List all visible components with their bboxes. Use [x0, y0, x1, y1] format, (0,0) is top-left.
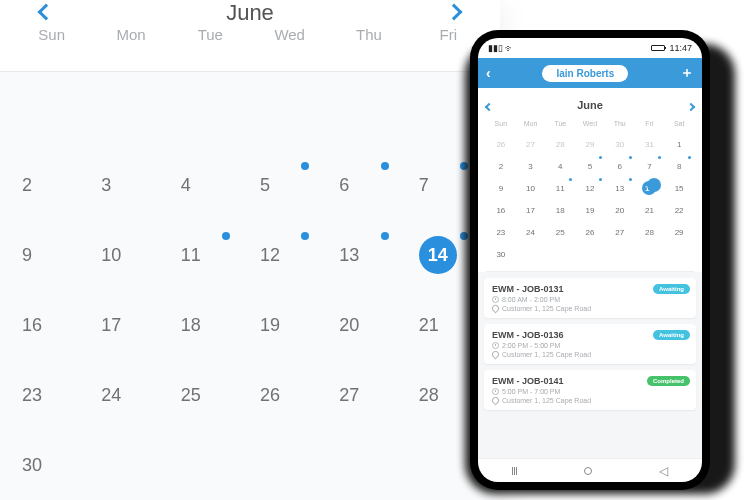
calendar-day[interactable]: 13 — [329, 220, 408, 290]
calendar-day[interactable]: 19 — [250, 290, 329, 360]
calendar-day[interactable]: 20 — [329, 290, 408, 360]
calendar-day[interactable]: 20 — [605, 199, 635, 221]
calendar-day[interactable]: 17 — [91, 290, 170, 360]
calendar-day[interactable]: 12 — [575, 177, 605, 199]
calendar-day — [171, 80, 250, 150]
event-dot-icon — [569, 178, 572, 181]
calendar-day[interactable]: 13 — [605, 177, 635, 199]
calendar-day[interactable]: 25 — [171, 360, 250, 430]
calendar-day[interactable]: 9 — [486, 177, 516, 199]
calendar-day-prev-month[interactable]: 29 — [575, 133, 605, 155]
calendar-day[interactable]: 5 — [575, 155, 605, 177]
event-dot-icon — [647, 178, 661, 192]
signal-icons: ▮▮▯ ᯤ — [488, 43, 515, 54]
calendar-day[interactable]: 2 — [12, 150, 91, 220]
calendar-day[interactable]: 12 — [250, 220, 329, 290]
calendar-day[interactable]: 30 — [12, 430, 91, 500]
calendar-day[interactable]: 26 — [250, 360, 329, 430]
calendar-day[interactable]: 11 — [545, 177, 575, 199]
calendar-day-prev-month[interactable]: 31 — [635, 133, 665, 155]
calendar-day[interactable]: 1 — [664, 133, 694, 155]
android-nav-bar: ◁ — [478, 458, 702, 482]
signal-icon: ▮▮▯ — [488, 43, 503, 53]
chevron-right-icon — [687, 103, 695, 111]
calendar-day — [329, 430, 408, 500]
calendar-day[interactable]: 23 — [486, 221, 516, 243]
calendar-day[interactable]: 8 — [664, 155, 694, 177]
home-button[interactable] — [584, 467, 592, 475]
phone-frame: ▮▮▯ ᯤ 11:47 ‹ Iain Roberts ＋ June SunMon… — [470, 30, 710, 490]
calendar-day[interactable]: 10 — [91, 220, 170, 290]
battery-icon — [651, 45, 665, 51]
calendar-day[interactable]: 16 — [486, 199, 516, 221]
calendar-day[interactable]: 11 — [171, 220, 250, 290]
calendar-day[interactable]: 16 — [12, 290, 91, 360]
calendar-day[interactable]: 17 — [516, 199, 546, 221]
day-name: Thu — [329, 26, 408, 43]
recent-apps-button[interactable] — [512, 467, 517, 475]
status-badge: Awaiting — [653, 284, 690, 294]
mini-month-title: June — [577, 99, 603, 111]
calendar-day[interactable]: 28 — [635, 221, 665, 243]
desktop-day-names: SunMonTueWedThuFri — [0, 26, 500, 72]
calendar-day[interactable]: 23 — [12, 360, 91, 430]
back-nav-button[interactable]: ◁ — [659, 464, 668, 478]
calendar-day-prev-month[interactable]: 28 — [545, 133, 575, 155]
calendar-day[interactable]: 18 — [545, 199, 575, 221]
calendar-day — [329, 80, 408, 150]
calendar-day[interactable]: 5 — [250, 150, 329, 220]
calendar-day[interactable]: 18 — [171, 290, 250, 360]
prev-month-button[interactable] — [40, 4, 52, 22]
status-time: 11:47 — [669, 43, 692, 53]
calendar-day[interactable]: 22 — [664, 199, 694, 221]
day-name: Wed — [250, 26, 329, 43]
calendar-day[interactable]: 19 — [575, 199, 605, 221]
calendar-day[interactable]: 29 — [664, 221, 694, 243]
calendar-day[interactable]: 4 — [171, 150, 250, 220]
calendar-day[interactable]: 10 — [516, 177, 546, 199]
mini-prev-month-button[interactable] — [486, 96, 492, 114]
calendar-day[interactable]: 21 — [635, 199, 665, 221]
calendar-day[interactable]: 3 — [91, 150, 170, 220]
calendar-day[interactable]: 24 — [516, 221, 546, 243]
event-dot-icon — [381, 232, 389, 240]
calendar-day[interactable]: 27 — [329, 360, 408, 430]
mini-day-name: Mon — [516, 120, 546, 127]
calendar-day[interactable]: 25 — [545, 221, 575, 243]
job-card[interactable]: EWM - JOB-01362:00 PM - 5:00 PMCustomer … — [484, 324, 696, 364]
calendar-day[interactable]: 15 — [664, 177, 694, 199]
calendar-day[interactable]: 26 — [575, 221, 605, 243]
job-card[interactable]: EWM - JOB-01415:00 PM - 7:00 PMCustomer … — [484, 370, 696, 410]
calendar-day[interactable]: 2 — [486, 155, 516, 177]
calendar-day[interactable]: 9 — [12, 220, 91, 290]
calendar-day[interactable]: 24 — [91, 360, 170, 430]
day-name: Sun — [12, 26, 91, 43]
calendar-day[interactable]: 3 — [516, 155, 546, 177]
next-month-button[interactable] — [448, 4, 460, 22]
job-time: 8:00 AM - 2:00 PM — [492, 296, 688, 303]
wifi-icon: ᯤ — [505, 43, 515, 54]
calendar-day[interactable]: 27 — [605, 221, 635, 243]
job-card[interactable]: EWM - JOB-01318:00 AM - 2:00 PMCustomer … — [484, 278, 696, 318]
event-dot-icon — [599, 178, 602, 181]
mini-calendar-grid: 2627282930311234567891011121314151617181… — [486, 133, 694, 272]
calendar-day-prev-month[interactable]: 27 — [516, 133, 546, 155]
event-dot-icon — [688, 156, 691, 159]
calendar-day-prev-month[interactable]: 30 — [605, 133, 635, 155]
calendar-day-prev-month[interactable]: 26 — [486, 133, 516, 155]
calendar-day[interactable]: 14 — [635, 177, 665, 199]
mini-day-name: Thu — [605, 120, 635, 127]
user-pill[interactable]: Iain Roberts — [542, 65, 628, 82]
calendar-day[interactable]: 7 — [635, 155, 665, 177]
calendar-day[interactable]: 6 — [329, 150, 408, 220]
job-location: Customer 1, 125 Cape Road — [492, 305, 688, 312]
calendar-day[interactable]: 4 — [545, 155, 575, 177]
mini-next-month-button[interactable] — [688, 96, 694, 114]
add-button[interactable]: ＋ — [680, 64, 694, 82]
calendar-day — [250, 80, 329, 150]
calendar-day[interactable]: 6 — [605, 155, 635, 177]
calendar-day[interactable]: 30 — [486, 243, 516, 265]
mini-calendar: June SunMonTueWedThuFriSat 2627282930311… — [478, 88, 702, 272]
back-button[interactable]: ‹ — [486, 65, 491, 81]
chevron-left-icon — [38, 4, 55, 21]
